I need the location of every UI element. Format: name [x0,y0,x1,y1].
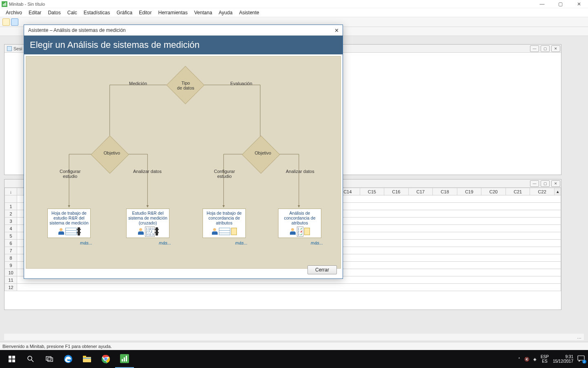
menu-asistente[interactable]: Asistente [236,9,262,16]
card-analisis-concordancia[interactable]: Análisis de concordancia de atributos 1 … [278,209,321,238]
branch-label-analizar-right: Analizar datos [286,169,314,174]
col-header[interactable]: C21 [506,188,530,195]
svg-rect-0 [3,4,4,6]
menu-herramientas[interactable]: Herramientas [155,9,191,16]
row-header[interactable]: 6 [5,240,17,247]
notification-badge: 2 [582,360,586,364]
tray-action-center-icon[interactable]: 2 [577,355,585,363]
row-header[interactable]: 10 [5,269,17,276]
svg-rect-14 [83,358,91,359]
row-header[interactable]: 4 [5,225,17,232]
card-estudio-rr[interactable]: Estudio R&R del sistema de medición (cru… [126,209,169,238]
cell[interactable] [17,284,561,291]
more-link-4[interactable]: más... [311,240,323,245]
dialog-banner: Elegir un Análisis de sistemas de medici… [24,36,343,54]
app-titlebar: Minitab - Sin título — ▢ ✕ [0,0,588,8]
row-header[interactable]: 2 [5,210,17,218]
nav-indicator-icon[interactable]: … [577,334,581,339]
start-button[interactable] [2,350,21,368]
col-header[interactable]: C15 [360,188,384,195]
task-view-icon[interactable] [40,350,59,368]
window-minimize-button[interactable]: — [533,0,551,8]
card-hoja-rr[interactable]: Hoja de trabajo de estudio R&R del siste… [47,209,91,238]
row-header[interactable]: 1 [5,203,17,210]
window-close-button[interactable]: ✕ [570,0,588,8]
branch-label-configurar-right: Configurar estudio [214,169,235,179]
person-icon [138,228,144,235]
status-bar: Bienvenido a Minitab, presione F1 para o… [0,342,588,350]
svg-rect-13 [83,356,86,358]
search-icon[interactable] [21,350,40,368]
menu-archivo[interactable]: Archivo [2,9,25,16]
card-title: Análisis de concordancia de atributos [279,211,320,225]
col-header[interactable]: C16 [384,188,409,195]
row-header[interactable]: 11 [5,276,17,284]
session-maximize-button[interactable]: ▢ [541,45,550,52]
row-header[interactable]: 7 [5,247,17,254]
dialog-cerrar-button[interactable]: Cerrar [307,265,337,274]
menu-editar[interactable]: Editar [25,9,45,16]
col-header[interactable]: C20 [481,188,506,195]
row-header[interactable]: 9 [5,262,17,269]
row-header[interactable]: 5 [5,232,17,240]
svg-rect-1 [4,3,5,6]
worksheet-maximize-button[interactable]: ▢ [541,180,550,187]
window-maximize-button[interactable]: ▢ [551,0,570,8]
svg-rect-21 [124,357,125,361]
tray-language[interactable]: ESPES [541,355,549,364]
branch-label-evaluacion: Evaluación [230,81,252,86]
clipboard-icon [231,228,237,235]
svg-rect-22 [126,356,127,361]
taskbar-chrome-icon[interactable] [96,350,115,368]
taskbar-explorer-icon[interactable] [78,350,96,368]
tray-volume-mute-icon[interactable]: 🔇 [524,357,529,361]
svg-rect-4 [12,356,15,359]
tray-chevron-up-icon[interactable]: ˄ [518,357,520,361]
toolbar-icon[interactable] [11,18,18,26]
corner-cell[interactable]: ↓ [5,188,17,195]
menu-ventana[interactable]: Ventana [191,9,216,16]
taskbar-edge-icon[interactable] [59,350,78,368]
menu-ayuda[interactable]: Ayuda [216,9,236,16]
row-header[interactable]: 8 [5,254,17,262]
col-header[interactable]: C19 [457,188,481,195]
toolbar-icon[interactable] [2,18,10,26]
worksheet-close-button[interactable]: ✕ [551,180,560,187]
col-header[interactable]: C17 [408,188,433,195]
diamond-label: Objetivo [94,150,130,155]
caliper-icon [156,227,158,236]
more-link-1[interactable]: más... [80,240,92,245]
data-table-icon: 1 12.1 2 7.2 3 11.3 [145,227,154,237]
row-header[interactable]: 3 [5,218,17,225]
card-hoja-concordancia[interactable]: Hoja de trabajo de concordancia de atrib… [203,209,246,238]
worksheet-minimize-button[interactable]: — [530,180,539,187]
tray-network-icon[interactable]: ◈ [533,357,537,361]
scroll-up-icon[interactable]: ▴ [555,188,561,195]
taskbar-minitab-icon[interactable] [115,350,134,368]
menu-editor[interactable]: Editor [136,9,155,16]
menu-estadisticas[interactable]: Estadísticas [80,9,114,16]
card-icon: 1 ✔ 2 ✘ 3 ✔ [279,226,320,237]
table-icon [219,228,230,235]
table-icon [65,228,77,235]
menu-grafica[interactable]: Gráfica [113,9,136,16]
col-header[interactable]: C18 [433,188,457,195]
col-header[interactable]: C22 [530,188,555,195]
session-close-button[interactable]: ✕ [551,45,560,52]
menu-calc[interactable]: Calc [64,9,80,16]
svg-rect-6 [12,359,15,362]
row-header[interactable]: 12 [5,284,17,291]
tray-clock[interactable]: 9:3115/12/2017 [553,355,573,364]
dialog-close-button[interactable]: ✕ [333,27,340,34]
card-icon [204,226,245,237]
more-link-2[interactable]: más... [159,240,171,245]
more-link-3[interactable]: más... [235,240,247,245]
dialog-titlebar[interactable]: Asistente – Análisis de sistemas de medi… [24,25,343,36]
branch-label-medicion: Medición [129,81,147,86]
assistant-dialog: Asistente – Análisis de sistemas de medi… [24,25,343,279]
branch-label-configurar-left: Configurar estudio [60,169,80,179]
menu-datos[interactable]: Datos [45,9,64,16]
diamond-label: Objetivo [245,150,281,155]
session-minimize-button[interactable]: — [530,45,539,52]
card-title: Hoja de trabajo de estudio R&R del siste… [49,211,89,225]
